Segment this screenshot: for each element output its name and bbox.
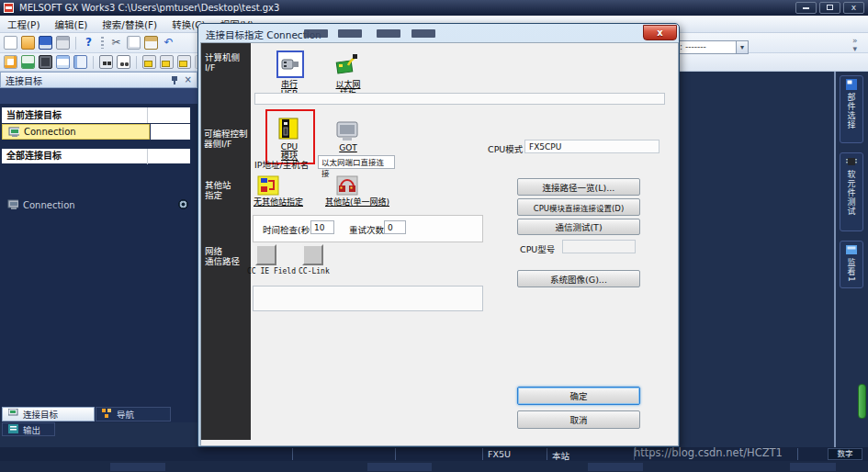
all-connection-header: 全部连接目标: [2, 149, 190, 163]
minimize-icon: [803, 7, 809, 9]
tab-element-selection[interactable]: 部件选择: [840, 75, 863, 143]
cc-ie-field-caption: CC IE Field: [247, 267, 296, 275]
tab-navigation[interactable]: 导航: [96, 407, 171, 421]
cc-ie-field-icon[interactable]: [255, 244, 276, 265]
system-image-button[interactable]: 系统图像(G)...: [517, 270, 640, 287]
ip-hostname-label: IP地址/主机名: [254, 158, 309, 171]
open-project-icon[interactable]: [21, 36, 35, 50]
tab-connection-destination[interactable]: 连接目标: [2, 407, 95, 421]
time-check-label: 时间检查(秒): [263, 223, 313, 236]
tab-output[interactable]: 输出: [2, 422, 55, 436]
menu-edit[interactable]: 编辑(E): [55, 17, 88, 31]
current-connection-cell: [151, 124, 190, 140]
window-titlebar: MELSOFT GX Works3 C:\Users\pmtuser\Deskt…: [0, 0, 868, 16]
program-list-icon[interactable]: [56, 55, 70, 69]
other-station-single-network-caption[interactable]: 其他站(单一网络): [311, 197, 403, 207]
ok-button[interactable]: 确定: [517, 387, 640, 405]
cc-link-icon[interactable]: [302, 244, 323, 265]
category-strip: [201, 43, 251, 440]
panel-close-icon[interactable]: ×: [185, 75, 192, 84]
other-station-single-network-icon[interactable]: [336, 174, 358, 198]
current-connection-item[interactable]: Connection: [2, 124, 150, 140]
device-comment-icon[interactable]: [142, 55, 156, 69]
zoom-combobox[interactable]: 大: ------- ▾: [668, 40, 749, 54]
retry-count-field[interactable]: 0: [384, 220, 406, 234]
panel-body: 当前连接目标 Connection 全部连接目标 Connection: [0, 105, 197, 422]
help-icon[interactable]: ?: [82, 36, 96, 50]
bottom-strip: [0, 461, 868, 472]
dialog-close-button[interactable]: x: [643, 25, 677, 40]
fb-list-icon[interactable]: [73, 55, 87, 69]
status-station: 本站: [552, 449, 569, 462]
serial-usb-icon[interactable]: [276, 51, 304, 78]
got-icon[interactable]: [335, 118, 359, 144]
cut-icon[interactable]: ✂: [109, 36, 123, 50]
current-connection-label: Connection: [24, 127, 76, 137]
timeout-group: 时间检查(秒) 10 重试次数 0: [253, 215, 483, 242]
ime-indicator: 数字: [828, 448, 862, 460]
chip-icon: [846, 156, 857, 167]
device-memory-icon[interactable]: [160, 55, 174, 69]
other-station-label: 其他站指定: [205, 180, 231, 200]
all-connection-label: Connection: [23, 200, 75, 210]
artifact-mark: [304, 29, 328, 38]
artifact-mark: [411, 29, 435, 38]
dock-divider: [834, 72, 836, 447]
save-icon[interactable]: [39, 36, 52, 50]
new-project-icon[interactable]: [4, 36, 17, 50]
no-other-station-caption[interactable]: 无其他站指定: [245, 197, 311, 207]
tab-device-test[interactable]: 软元件测试: [840, 152, 863, 231]
paste-icon[interactable]: [144, 36, 158, 50]
time-check-field[interactable]: 10: [310, 220, 334, 234]
connection-destination-icon[interactable]: [21, 55, 35, 69]
connection-destination-dialog: 连接目标指定 Connection x 计算机侧I/F 可编程控制器侧I/F 其…: [197, 23, 680, 447]
retry-count-label: 重试次数: [349, 223, 384, 236]
window-title: MELSOFT GX Works3 C:\Users\pmtuser\Deskt…: [19, 3, 279, 13]
cpu-model-field: [562, 240, 636, 253]
connection-path-list-button[interactable]: 连接路径一览(L)...: [517, 178, 640, 196]
menu-project[interactable]: 工程(P): [7, 17, 40, 31]
scrollbar-thumb[interactable]: [858, 384, 866, 419]
artifact-mark: [377, 29, 400, 38]
find-window-icon[interactable]: [117, 55, 130, 69]
panel-header: 连接目标 ×: [0, 72, 197, 88]
device-monitor-icon[interactable]: [177, 55, 191, 69]
ip-hostname-field[interactable]: 以太网端口直接连接: [318, 155, 395, 169]
current-connection-header: 当前连接目标: [2, 107, 190, 123]
all-connection-item[interactable]: Connection: [2, 197, 190, 212]
communication-test-button[interactable]: 通信测试(T): [517, 219, 640, 235]
connection-icon: [8, 127, 19, 138]
panel-title: 连接目标: [6, 73, 42, 87]
restore-button[interactable]: [819, 2, 840, 14]
navigation-tab-icon: [102, 409, 113, 420]
cpu-direct-connection-settings-button[interactable]: CPU模块直接连接设置(D): [517, 198, 640, 216]
print-icon[interactable]: [56, 36, 70, 50]
undo-icon[interactable]: ↶: [162, 36, 175, 50]
connection-tab-icon: [8, 409, 19, 420]
cc-link-caption: CC-Link: [299, 267, 330, 275]
chevron-down-icon[interactable]: ▾: [736, 41, 748, 53]
pin-icon[interactable]: [171, 76, 178, 84]
no-other-station-icon[interactable]: [257, 174, 279, 198]
gx-works3-window: MELSOFT GX Works3 C:\Users\pmtuser\Deskt…: [0, 0, 868, 472]
watch-window-icon: [846, 244, 857, 255]
cancel-button[interactable]: 取消: [517, 410, 640, 429]
panel-toolbar: [0, 88, 197, 105]
copy-icon[interactable]: [127, 36, 141, 50]
highlight-annotation-box: [265, 109, 315, 164]
record-target-icon[interactable]: [178, 199, 188, 209]
module-configuration-icon[interactable]: [39, 55, 52, 69]
element-selection-icon: [846, 79, 857, 90]
adapter-field: [254, 93, 665, 105]
cpu-mode-label: CPU模式: [488, 142, 523, 155]
minimize-button[interactable]: [795, 2, 817, 14]
ethernet-board-icon[interactable]: [335, 52, 359, 78]
find-icon[interactable]: [99, 55, 113, 69]
navigation-window-icon[interactable]: [4, 55, 17, 69]
toolbar-overflow-button[interactable]: »▾: [852, 37, 858, 53]
status-cpu-type: FX5U: [488, 449, 511, 459]
tab-watch-window[interactable]: 监看1: [840, 241, 863, 288]
menu-search-replace[interactable]: 搜索/替换(F): [102, 17, 157, 31]
close-button[interactable]: x: [843, 2, 864, 14]
got-caption[interactable]: GOT: [324, 143, 372, 152]
